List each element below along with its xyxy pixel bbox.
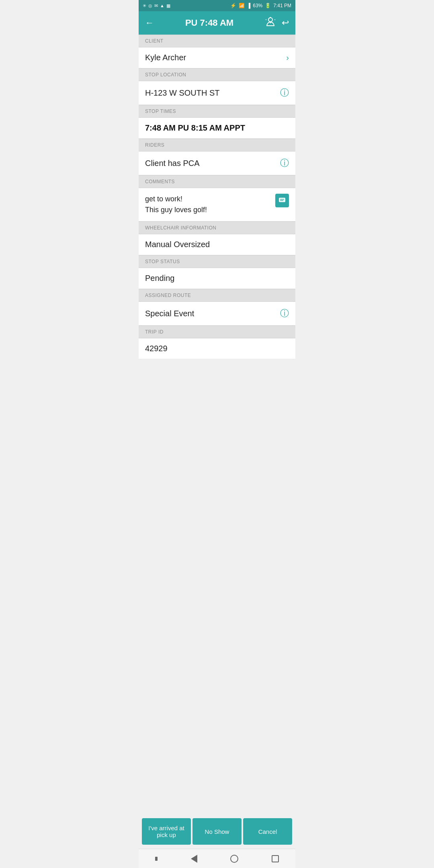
stop-status-value: Pending (145, 274, 289, 283)
calendar-icon: ▦ (166, 3, 170, 8)
stop-status-label: STOP STATUS (139, 255, 295, 268)
main-content: CLIENT Kyle Archer › STOP LOCATION H-123… (139, 35, 295, 407)
stop-location-label: STOP LOCATION (139, 68, 295, 81)
wheelchair-row: Manual Oversized (139, 234, 295, 255)
riders-label: RIDERS (139, 139, 295, 151)
assigned-route-value: Special Event (145, 309, 277, 318)
comments-text: get to work! This guy loves golf! (145, 194, 207, 215)
trip-id-row: 42929 (139, 338, 295, 359)
assigned-route-info-icon[interactable]: ⓘ (280, 307, 289, 319)
status-icons-left: ✳ ◎ ✉ ▲ ▦ (143, 3, 170, 8)
comment-line2: This guy loves golf! (145, 205, 207, 215)
svg-point-0 (268, 18, 272, 22)
battery-icon: 🔋 (265, 3, 271, 8)
svg-rect-1 (279, 198, 285, 202)
client-section-label: CLIENT (139, 35, 295, 47)
comments-row: get to work! This guy loves golf! (139, 188, 295, 221)
drive-icon: ▲ (160, 3, 164, 8)
riders-info-icon[interactable]: ⓘ (280, 157, 289, 169)
undo-icon[interactable]: ↩ (282, 18, 289, 28)
back-button[interactable]: ← (145, 18, 154, 28)
stop-times-row: 7:48 AM PU 8:15 AM APPT (139, 118, 295, 139)
stop-location-info-icon[interactable]: ⓘ (280, 87, 289, 99)
time-display: 7:41 PM (273, 3, 291, 8)
assigned-route-label: ASSIGNED ROUTE (139, 289, 295, 302)
client-row[interactable]: Kyle Archer › (139, 47, 295, 68)
signal-icon: ▐ (247, 3, 251, 8)
bluetooth-icon: ⚡ (230, 3, 236, 8)
comments-label: COMMENTS (139, 175, 295, 188)
stop-times-label: STOP TIMES (139, 105, 295, 118)
trip-id-label: TRIP ID (139, 326, 295, 338)
mail-icon: ✉ (154, 3, 158, 8)
wifi-icon: 📶 (239, 3, 245, 8)
riders-row: Client has PCA ⓘ (139, 151, 295, 175)
stop-times-value: 7:48 AM PU 8:15 AM APPT (145, 123, 245, 133)
stop-location-value: H-123 W SOUTH ST (145, 88, 277, 98)
app-header: ← PU 7:48 AM ↩ (139, 11, 295, 35)
riders-value: Client has PCA (145, 159, 277, 168)
trip-id-value: 42929 (145, 344, 289, 353)
stop-location-row: H-123 W SOUTH ST ⓘ (139, 81, 295, 105)
message-icon[interactable] (275, 194, 289, 207)
client-name: Kyle Archer (145, 53, 283, 62)
stop-status-row: Pending (139, 268, 295, 289)
location-icon: ◎ (148, 3, 152, 8)
battery-percent: 63% (253, 3, 262, 8)
chevron-right-icon: › (286, 53, 289, 62)
slack-icon: ✳ (143, 3, 146, 8)
wheelchair-value: Manual Oversized (145, 240, 289, 249)
location-person-icon[interactable] (265, 16, 276, 30)
wheelchair-label: WHEELCHAIR INFORMATION (139, 221, 295, 234)
status-bar: ✳ ◎ ✉ ▲ ▦ ⚡ 📶 ▐ 63% 🔋 7:41 PM (139, 0, 295, 11)
comment-line1: get to work! (145, 194, 207, 205)
page-title: PU 7:48 AM (185, 18, 233, 28)
status-bar-right: ⚡ 📶 ▐ 63% 🔋 7:41 PM (230, 3, 291, 8)
header-actions: ↩ (265, 16, 289, 30)
assigned-route-row: Special Event ⓘ (139, 302, 295, 326)
